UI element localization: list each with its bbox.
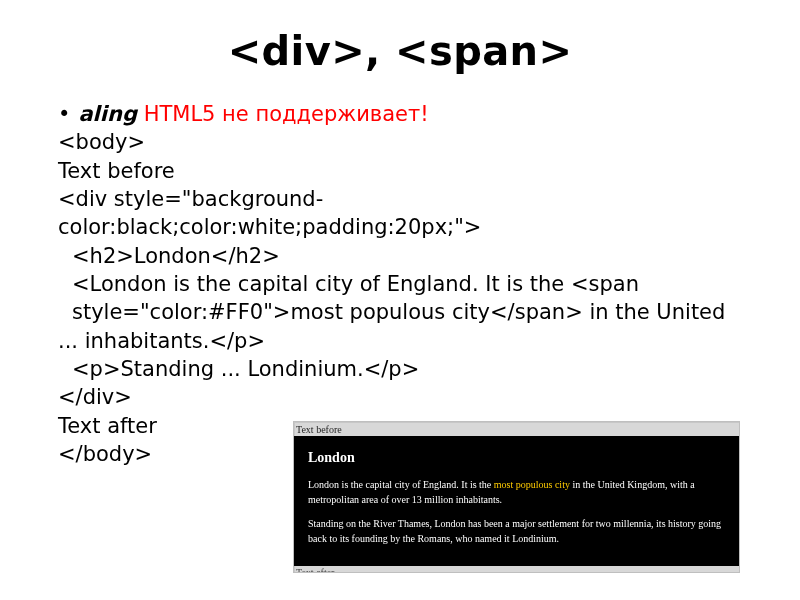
code-line: <div style="background-color:black;color… [58,185,742,242]
preview-heading: London [308,448,725,468]
code-line: <body> [58,128,742,156]
bullet-item: • aling HTML5 не поддерживает! [58,100,742,128]
preview-highlight: most populous city [494,479,570,490]
bullet-dot-icon: • [58,100,70,128]
slide-body: • aling HTML5 не поддерживает! <body> Te… [58,100,742,468]
preview-paragraph: Standing on the River Thames, London has… [308,517,725,546]
preview-box: London London is the capital city of Eng… [294,436,739,566]
code-line: <London is the capital city of England. … [58,270,742,327]
slide-title: <div>, <span> [58,28,742,74]
rendered-preview: Text before London London is the capital… [293,421,740,573]
code-line: <h2>London</h2> [58,242,742,270]
preview-text-before: Text before [294,422,739,436]
warning-text: HTML5 не поддерживает! [144,102,429,126]
slide: <div>, <span> • aling HTML5 не поддержив… [0,0,800,600]
preview-text-after: Text after [294,566,739,572]
preview-text: London is the capital city of England. I… [308,479,494,490]
code-line: </div> [58,383,742,411]
preview-paragraph: London is the capital city of England. I… [308,478,725,507]
code-line: Text before [58,157,742,185]
attr-name: aling [78,102,137,126]
code-line: <p>Standing ... Londinium.</p> [58,355,742,383]
bullet-text: aling HTML5 не поддерживает! [78,100,428,128]
code-line: ... inhabitants.</p> [58,327,742,355]
